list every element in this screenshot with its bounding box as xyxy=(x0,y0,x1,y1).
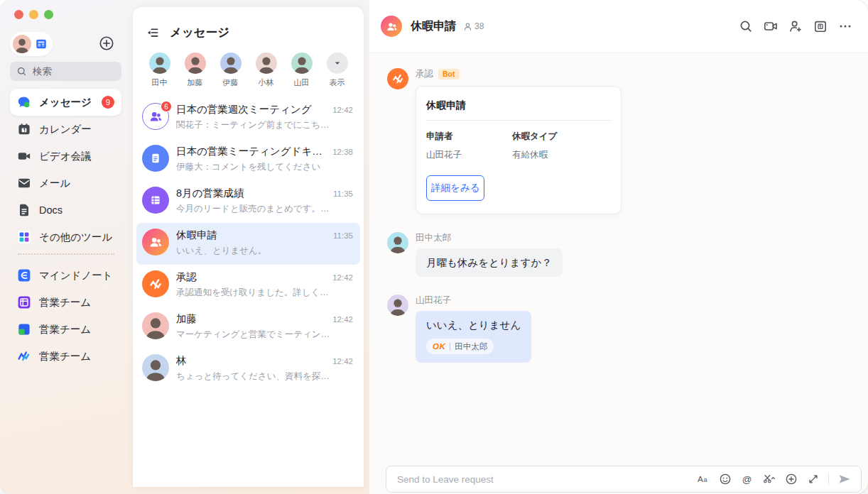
show-more-contacts-button[interactable] xyxy=(327,53,348,74)
contact-avatar[interactable] xyxy=(220,53,242,74)
conversation-row-日本の営業ミーティングドキュメ[interactable]: 日本の営業ミーティングドキュメ 12:38 伊藤大：コメントを残してください xyxy=(136,139,360,181)
message-input[interactable] xyxy=(396,473,688,485)
sidebar-item-メール[interactable]: メール xyxy=(10,170,121,197)
quick-contact-小林[interactable]: 小林 xyxy=(250,53,282,88)
minimize-window-button[interactable] xyxy=(29,10,38,19)
sender-avatar[interactable] xyxy=(387,295,408,316)
composer-toolbar: Aa@ xyxy=(697,473,820,485)
mention-icon[interactable]: @ xyxy=(741,473,754,485)
bot-tag: Bot xyxy=(438,69,460,79)
view-details-button[interactable]: 詳細をみる xyxy=(426,175,484,201)
chat-actions xyxy=(739,19,852,33)
sidebar-item-その他のツール[interactable]: その他のツール xyxy=(10,224,121,251)
conversation-avatar xyxy=(142,354,169,381)
conversation-row-日本の営業週次ミーティング[interactable]: 6 日本の営業週次ミーティング 12:42 関花子：ミーティング前までにこち… xyxy=(136,97,360,139)
contact-name: 小林 xyxy=(259,77,274,88)
conversation-time: 12:38 xyxy=(332,148,353,156)
more-icon[interactable] xyxy=(838,19,852,33)
contact-name: 表示 xyxy=(330,77,345,88)
contact-avatar[interactable] xyxy=(291,53,313,74)
sidebar-pinned-nav: マインドノート 営業チーム 営業チーム 営業チーム xyxy=(10,262,121,370)
search-input[interactable] xyxy=(31,65,115,77)
sidebar-item-ビデオ会議[interactable]: ビデオ会議 xyxy=(10,143,121,170)
contact-avatar[interactable] xyxy=(149,53,170,74)
screenshot-icon[interactable] xyxy=(763,473,776,485)
sidebar-item-営業チーム[interactable]: 営業チーム xyxy=(10,316,121,343)
search-box[interactable] xyxy=(10,62,121,81)
sidebar-item-カレンダー[interactable]: カレンダー xyxy=(10,116,121,143)
send-button[interactable] xyxy=(837,472,852,486)
conversation-row-加藤[interactable]: 加藤 12:42 マーケティングと営業でミーティン… xyxy=(136,307,360,348)
sidebar-nav: メッセージ 9 カレンダー ビデオ会議 メール Docs その他のツール xyxy=(10,89,121,251)
svg-text:a: a xyxy=(703,476,707,483)
zoom-window-button[interactable] xyxy=(44,10,53,19)
bot-message: 承認 Bot 休暇申請 申請者 山田花子 休暇タイプ 有給休暇 詳細をみる xyxy=(387,68,868,214)
close-window-button[interactable] xyxy=(14,10,23,19)
collapse-panel-icon[interactable] xyxy=(146,26,159,39)
conversation-info: 加藤 12:42 マーケティングと営業でミーティン… xyxy=(176,312,353,341)
conversation-row-8月の営業成績[interactable]: 8月の営業成績 11:35 今月のリードと販売のまとめです。… xyxy=(136,181,360,223)
conversation-preview: 承認通知を受け取りました。詳しく… xyxy=(176,287,353,299)
reaction-user: 田中太郎 xyxy=(455,341,487,351)
calendar-3-icon[interactable] xyxy=(813,19,828,33)
message-from-山田花子: 山田花子 いいえ、とりません OK 田中太郎 xyxy=(387,295,868,363)
conversation-preview: いいえ、とりません。 xyxy=(176,245,353,257)
quick-contact-山田[interactable]: 山田 xyxy=(286,53,318,88)
conversation-time: 12:42 xyxy=(332,106,353,114)
sender-name: 田中太郎 xyxy=(416,232,451,244)
add-icon[interactable] xyxy=(785,473,798,485)
message-bubble[interactable]: 月曜も休みをとりますか？ xyxy=(416,248,563,277)
video-call-icon[interactable] xyxy=(764,19,778,33)
apps-grid-icon xyxy=(17,230,31,244)
sidebar-item-label: その他のツール xyxy=(39,231,112,244)
bot-name: 承認 xyxy=(416,68,433,80)
contact-avatar[interactable] xyxy=(185,53,206,74)
sidebar-item-Docs[interactable]: Docs xyxy=(10,197,121,224)
reaction-chip[interactable]: OK 田中太郎 xyxy=(426,339,494,354)
conversation-preview: ちょっと待ってください、資料を探… xyxy=(176,370,353,383)
message-bubble[interactable]: いいえ、とりません OK 田中太郎 xyxy=(416,311,531,363)
text-format-icon[interactable]: Aa xyxy=(697,473,710,485)
conversation-info: 8月の営業成績 11:35 今月のリードと販売のまとめです。… xyxy=(176,187,353,215)
quick-contact-加藤[interactable]: 加藤 xyxy=(179,53,211,88)
sidebar: メッセージ 9 カレンダー ビデオ会議 メール Docs その他のツール マイン… xyxy=(0,0,131,494)
profile-switcher[interactable] xyxy=(10,32,53,56)
conversation-info: 日本の営業ミーティングドキュメ 12:38 伊藤大：コメントを残してください xyxy=(176,145,353,173)
conversation-time: 11:35 xyxy=(333,190,353,198)
conversation-row-林[interactable]: 林 12:42 ちょっと待ってください、資料を探… xyxy=(136,348,360,390)
search-icon[interactable] xyxy=(739,19,753,33)
expand-icon[interactable] xyxy=(807,473,820,485)
window-controls xyxy=(14,10,53,19)
approval-circle-icon xyxy=(142,270,169,297)
approval-card-title: 休暇申請 xyxy=(426,99,611,112)
emoji-icon[interactable] xyxy=(719,473,732,485)
conversation-title: 林 xyxy=(176,354,327,368)
conversation-row-承認[interactable]: 承認 12:42 承認通知を受け取りました。詳しく… xyxy=(136,265,360,307)
user-avatar[interactable] xyxy=(13,35,31,53)
sidebar-item-マインドノート[interactable]: マインドノート xyxy=(10,262,121,289)
member-count[interactable]: 38 xyxy=(463,21,484,31)
chat-header: 休暇申請 38 xyxy=(369,0,868,53)
sidebar-item-メッセージ[interactable]: メッセージ 9 xyxy=(10,89,121,116)
approval-bot-avatar[interactable] xyxy=(387,68,408,89)
contact-name: 伊藤 xyxy=(223,77,239,88)
approval-card-fields: 申請者 山田花子 休暇タイプ 有給休暇 xyxy=(426,131,611,161)
sidebar-item-label: メール xyxy=(39,177,70,190)
card-field-value: 有給休暇 xyxy=(512,149,598,161)
contact-avatar[interactable] xyxy=(256,53,277,74)
quick-contact-表示[interactable]: 表示 xyxy=(321,53,353,88)
sidebar-item-label: ビデオ会議 xyxy=(39,150,92,163)
create-new-button[interactable] xyxy=(99,35,114,51)
message-content: 山田花子 いいえ、とりません OK 田中太郎 xyxy=(416,295,531,363)
sidebar-divider xyxy=(18,253,114,255)
sidebar-item-営業チーム[interactable]: 営業チーム xyxy=(10,343,121,370)
sender-avatar[interactable] xyxy=(387,232,408,253)
conversation-row-休暇申請[interactable]: 休暇申請 11:35 いいえ、とりません。 xyxy=(136,223,360,265)
quick-contact-伊藤[interactable]: 伊藤 xyxy=(215,53,246,88)
quick-contact-田中[interactable]: 田中 xyxy=(143,53,175,88)
reaction-divider xyxy=(450,343,450,351)
conversation-title: 日本の営業週次ミーティング xyxy=(176,103,327,116)
add-member-icon[interactable] xyxy=(788,19,803,33)
sidebar-item-営業チーム[interactable]: 営業チーム xyxy=(10,289,121,316)
message-composer[interactable]: Aa@ xyxy=(386,466,862,493)
